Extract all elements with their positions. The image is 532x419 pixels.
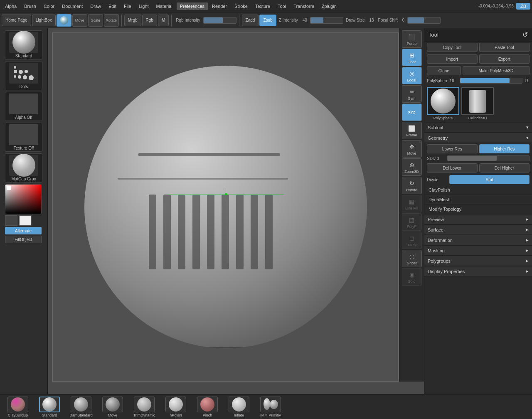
menu-preferences[interactable]: Preferences [177,2,208,10]
zb-button[interactable]: ZB [516,3,530,10]
local-button[interactable]: ◎ Local [402,67,422,84]
standard-brush-thumb[interactable]: Standard [5,30,42,59]
menu-edit[interactable]: Edit [105,2,120,10]
m-button[interactable]: M [158,15,169,26]
rotate-view-button[interactable]: ↻ Rotate [402,177,422,194]
brush-inflate[interactable]: Inflate [224,397,254,417]
rgb-intensity-slider[interactable] [203,17,236,24]
polyf-button[interactable]: ▤ PolyF [402,213,422,231]
draw-icon [60,16,68,25]
main-sphere[interactable] [84,66,367,348]
persp-button[interactable]: ⬛ Persp [402,30,422,48]
light-swatch[interactable] [19,215,32,226]
brush-claybuildup[interactable]: ClayBuildup [3,397,32,417]
display-properties-header[interactable]: Display Properties ▸ [424,266,532,276]
menu-render[interactable]: Render [209,2,230,10]
alternate-button[interactable]: Alternate [5,227,42,234]
z-intensity-slider[interactable] [310,17,343,24]
alpha-off-thumb[interactable]: Alpha Off [5,92,42,121]
color-picker[interactable] [5,184,42,214]
brush-imm-primitiv[interactable]: IMM Primitiv [256,397,285,417]
texture-off-thumb[interactable]: Texture Off [5,123,42,152]
menu-zplugin[interactable]: Zplugin [318,2,340,10]
homepage-button[interactable]: Home Page [2,15,31,26]
brush-standard[interactable]: Standard [35,397,64,417]
trimdynamic-img [134,397,155,412]
frame-button[interactable]: ⬜ Frame [402,122,422,139]
zsub-button[interactable]: Zsub [259,15,276,26]
focal-shift-slider[interactable] [407,17,441,24]
rgb-button[interactable]: Rgb [142,15,157,26]
lower-res-button[interactable]: Lower Res [427,144,478,153]
menu-light[interactable]: Light [135,2,152,10]
geometry-header[interactable]: Geometry ▾ [424,133,532,143]
polysphere-slider[interactable] [460,78,522,84]
copy-tool-button[interactable]: Copy Tool [427,43,478,52]
brush-pinch[interactable]: Pinch [193,397,222,417]
rotate-button[interactable]: Rotate [104,14,119,27]
canvas-viewport[interactable] [52,32,399,382]
surface-header[interactable]: Surface ▸ [424,224,532,235]
subtool-header[interactable]: Subtool ▾ [424,122,532,133]
xyz-button[interactable]: XYZ [402,104,422,121]
menu-tool[interactable]: Tool [274,2,289,10]
dynamesh-item[interactable]: DynaMesh [424,195,532,205]
menu-transform[interactable]: Transform [290,2,318,10]
deformation-header[interactable]: Deformation ▸ [424,235,532,245]
export-button[interactable]: Export [479,54,530,64]
make-polymesh-button[interactable]: Make PolyMesh3D [463,66,530,75]
brush-damstandard[interactable]: DamStandard [66,397,96,417]
polysphere-thumb-label: PolySphere [433,116,453,120]
trimdynamic-label: TrimDynamic [133,413,155,417]
brush-move[interactable]: Move [98,397,127,417]
linefill-button[interactable]: ▦ Line Fill [402,195,422,212]
menu-color[interactable]: Color [40,2,58,10]
menu-document[interactable]: Document [59,2,86,10]
preview-header[interactable]: Preview ▸ [424,214,532,224]
tool-refresh-icon[interactable]: ↺ [522,31,528,39]
scale-button[interactable]: Scale [88,14,103,27]
fill-object-button[interactable]: FillObject [5,236,42,243]
floor-button[interactable]: ⊞ Floor [402,49,422,66]
menu-texture[interactable]: Texture [252,2,273,10]
masking-header[interactable]: Masking ▸ [424,245,532,256]
dark-swatch[interactable] [5,215,17,226]
move-view-button[interactable]: ✥ Move [402,140,422,158]
subtool-polysphere[interactable]: PolySphere [427,87,459,120]
move-button[interactable]: Move [72,14,87,27]
polysphere-r[interactable]: R [524,79,530,83]
draw-button[interactable] [57,14,71,27]
brush-hpolish[interactable]: hPolish [161,397,190,417]
mrgb-button[interactable]: Mrgb [124,15,141,26]
dots-brush-thumb[interactable]: Dots [5,61,42,90]
menu-material[interactable]: Material [153,2,176,10]
polygroups-header[interactable]: Polygroups ▸ [424,256,532,266]
modify-topology-item[interactable]: Modify Topology [424,205,532,214]
zoom3d-button[interactable]: ⊕ Zoom3D [402,158,422,176]
menu-brush[interactable]: Brush [21,2,39,10]
clone-button[interactable]: Clone [427,66,461,75]
brush-trimdynamic[interactable]: TrimDynamic [130,397,159,417]
smt-button[interactable]: Smt [449,175,530,184]
ghost-button[interactable]: ◌ Ghost [402,250,422,267]
solo-button[interactable]: ◉ Solo [402,268,422,286]
floor-icon: ⊞ [407,51,416,60]
cylinder3d-preview [469,90,486,113]
menu-file[interactable]: File [121,2,135,10]
matcap-thumb[interactable]: MatCap Gray [5,153,42,182]
del-higher-button[interactable]: Del Higher [479,163,530,173]
menu-stroke[interactable]: Stroke [231,2,251,10]
menu-draw[interactable]: Draw [87,2,104,10]
claypolish-item[interactable]: ClayPolish [424,185,532,195]
subtool-cylinder3d[interactable]: Cylinder3D [461,87,494,120]
higher-res-button[interactable]: Higher Res [479,144,530,153]
paste-tool-button[interactable]: Paste Tool [479,43,530,52]
transp-button[interactable]: ◻ Transp [402,232,422,249]
zadd-button[interactable]: Zadd [242,15,259,26]
sym-button[interactable]: ⇔ Sym [402,85,422,103]
import-button[interactable]: Import [427,54,478,64]
lightbox-button[interactable]: LightBox [32,15,56,26]
menu-alpha[interactable]: Alpha [2,2,20,10]
del-lower-button[interactable]: Del Lower [427,163,478,173]
sdiv-slider[interactable] [447,155,530,161]
